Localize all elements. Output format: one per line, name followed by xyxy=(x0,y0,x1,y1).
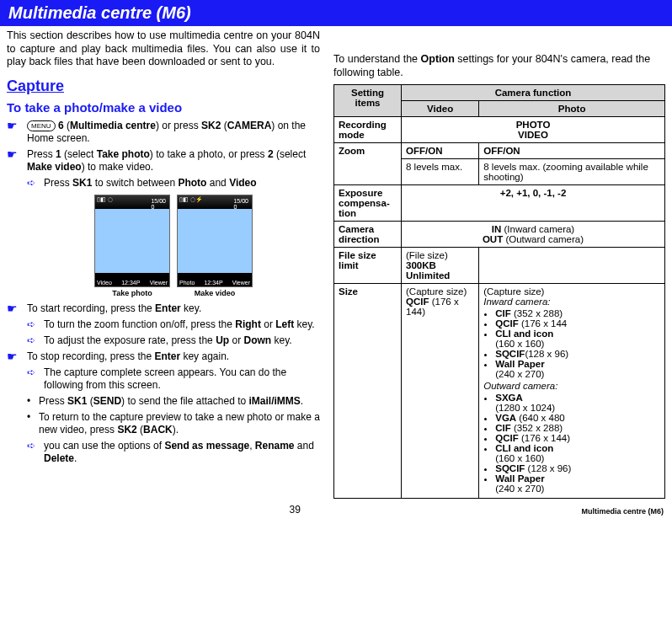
cell-recording-mode: PHOTOVIDEO xyxy=(402,117,665,143)
chapter-footer: Multimedia centre (M6) xyxy=(581,507,664,516)
left-column: This section describes how to use multim… xyxy=(7,29,320,499)
cell-size-video: (Capture size) QCIF (176 x 144) xyxy=(402,284,479,499)
menu-key-badge: MENU xyxy=(27,120,56,131)
hand-pointer-icon: ☛ xyxy=(7,148,20,174)
sub-arrow-icon: ➪ xyxy=(27,366,37,392)
sub-arrow-icon: ➪ xyxy=(27,177,37,190)
screenshot-labels: Take photo Make video xyxy=(27,289,320,297)
page-number: 39 xyxy=(8,504,581,516)
step-3-sub2: ➪ To adjust the exposure rate, press the… xyxy=(27,334,320,347)
phone-screen-photo: ▯◧ ◌ 15/000 Video12:34PViewer xyxy=(94,195,170,287)
step-3-sub1: ➪ To turn the zoom function on/off, pres… xyxy=(27,318,320,331)
th-camera-function: Camera function xyxy=(402,85,665,101)
row-recording-mode: Recording mode xyxy=(334,117,402,143)
step-2: ☛ Press 1 (select Take photo) to take a … xyxy=(7,148,320,174)
page-footer: 39 Multimedia centre (M6) xyxy=(0,499,672,519)
sub-arrow-icon: ➪ xyxy=(27,334,37,347)
row-file-size: File size limit xyxy=(334,248,402,284)
step-2-sub: ➪ Press SK1 to switch between Photo and … xyxy=(27,177,320,190)
label-take-photo: Take photo xyxy=(94,289,170,297)
chapter-title-bar: Multimedia centre (M6) xyxy=(0,0,672,26)
intro-paragraph: This section describes how to use multim… xyxy=(7,29,320,69)
sub-heading-take-photo: To take a photo/make a video xyxy=(7,100,320,115)
row-zoom: Zoom xyxy=(334,143,402,185)
phone-screen-video: ▯◧ ◌⚡ 15/000 Photo12:34PViewer xyxy=(177,195,253,287)
sub-arrow-icon: ➪ xyxy=(27,440,37,465)
step-4-sub1: ➪ The capture complete screen appears. Y… xyxy=(27,366,320,392)
right-intro: To understand the Option settings for yo… xyxy=(333,53,665,79)
section-heading-capture: Capture xyxy=(7,77,320,95)
camera-options-table: Setting items Camera function Video Phot… xyxy=(333,84,665,499)
right-column: To understand the Option settings for yo… xyxy=(333,29,665,499)
hand-pointer-icon: ☛ xyxy=(7,302,20,315)
cell-zoom-video-detail: 8 levels max. xyxy=(402,159,479,185)
cell-file-size-photo xyxy=(479,248,665,284)
cell-size-photo: (Capture size) Inward camera: CIF (352 x… xyxy=(479,284,665,499)
th-photo: Photo xyxy=(479,101,665,117)
page-content: This section describes how to use multim… xyxy=(0,26,672,499)
cell-zoom-photo-detail: 8 levels max. (zooming available while s… xyxy=(479,159,665,185)
row-size: Size xyxy=(334,284,402,499)
step-4-sub3: ➪ you can use the options of Send as mes… xyxy=(27,440,320,465)
th-setting-items: Setting items xyxy=(334,85,402,117)
cell-camera-direction: IN (Inward camera) OUT (Outward camera) xyxy=(402,222,665,248)
th-video: Video xyxy=(402,101,479,117)
sub-arrow-icon: ➪ xyxy=(27,318,37,331)
cell-file-size-video: (File size)300KBUnlimited xyxy=(402,248,479,284)
label-make-video: Make video xyxy=(177,289,253,297)
step-4: ☛ To stop recording, press the Enter key… xyxy=(7,350,320,363)
row-exposure: Exposure compensa-tion xyxy=(334,185,402,222)
step-4-bullet1: • Press SK1 (SEND) to send the file atta… xyxy=(27,395,320,408)
step-4-bullet2: • To return to the capture preview to ta… xyxy=(27,411,320,436)
row-camera-direction: Camera direction xyxy=(334,222,402,248)
phone-screenshots: ▯◧ ◌ 15/000 Video12:34PViewer ▯◧ ◌⚡ 15/0… xyxy=(27,195,320,287)
cell-zoom-video: OFF/ON xyxy=(402,143,479,159)
cell-exposure: +2, +1, 0, -1, -2 xyxy=(402,185,665,222)
step-1: ☛ MENU 6 (Multimedia centre) or press SK… xyxy=(7,120,320,145)
hand-pointer-icon: ☛ xyxy=(7,350,20,363)
step-3: ☛ To start recording, press the Enter ke… xyxy=(7,302,320,315)
cell-zoom-photo: OFF/ON xyxy=(479,143,665,159)
hand-pointer-icon: ☛ xyxy=(7,120,20,145)
